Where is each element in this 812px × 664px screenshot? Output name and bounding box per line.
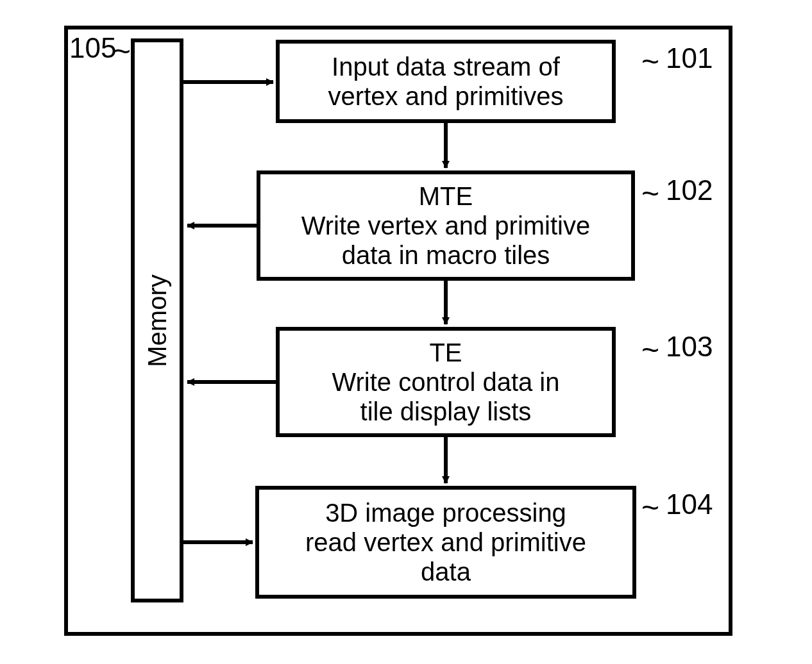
ref-102: 102 [666,174,713,206]
box4-line3: data [421,557,471,586]
ref-104: 104 [666,488,713,520]
ref-103: 103 [666,331,713,363]
memory-label: Memory [143,274,172,367]
ref-105: 105 [69,32,116,64]
tilde-connector: ~ [641,335,659,365]
box2-line2: Write vertex and primitive [301,211,591,240]
box1-line1: Input data stream of [332,52,560,81]
box-input-stream: Input data stream of vertex and primitiv… [276,40,616,123]
box3-line2: Write control data in [332,367,560,397]
memory-block: Memory [131,38,183,602]
tilde-connector: ~ [641,492,659,523]
box-mte: MTE Write vertex and primitive data in m… [257,170,635,281]
box-te: TE Write control data in tile display li… [276,327,616,437]
box3-line1: TE [429,338,462,367]
tilde-connector: ~ [641,178,659,209]
tilde-connector: ~ [641,46,659,77]
ref-101: 101 [666,42,713,74]
box2-line3: data in macro tiles [342,240,550,270]
box4-line1: 3D image processing [325,498,566,527]
tilde-connector: ~ [113,36,131,67]
box-3d-processing: 3D image processing read vertex and prim… [255,486,636,599]
box2-line1: MTE [419,181,473,211]
box1-line2: vertex and primitives [328,81,564,111]
box3-line3: tile display lists [360,397,532,426]
box4-line2: read vertex and primitive [305,527,586,557]
